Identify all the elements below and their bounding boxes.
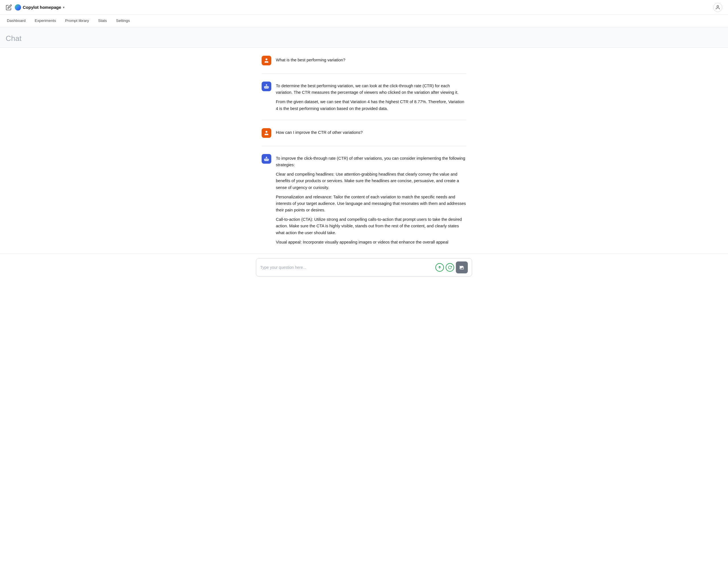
message-row: How can I improve the CTR of other varia… [262, 128, 466, 138]
refresh-icon [448, 266, 452, 269]
app-title: Copylot homepage [23, 5, 61, 10]
user-icon [715, 5, 720, 10]
main-nav: Dashboard Experiments Prompt library Sta… [0, 15, 728, 27]
page-title: Chat [6, 34, 722, 43]
svg-point-1 [266, 59, 267, 60]
globe-icon [15, 4, 21, 10]
app-title-container[interactable]: Copylot homepage ▾ [15, 4, 64, 10]
bot-avatar-icon [264, 156, 269, 162]
message-paragraph: Call-to-action (CTA): Utilize strong and… [276, 216, 466, 236]
svg-point-8 [266, 131, 267, 133]
main-content: What is the best performing variation? T… [0, 48, 728, 582]
chat-input[interactable] [260, 265, 433, 270]
nav-item-experiments[interactable]: Experiments [30, 15, 60, 27]
message-content: To determine the best performing variati… [276, 82, 466, 112]
svg-rect-9 [264, 159, 269, 161]
message-paragraph: Clear and compelling headlines: Use atte… [276, 171, 466, 191]
header-left: Copylot homepage ▾ [6, 4, 64, 10]
avatar-user [262, 56, 271, 65]
chat-messages-area: What is the best performing variation? T… [256, 48, 472, 253]
nav-item-stats[interactable]: Stats [94, 15, 111, 27]
edit-icon[interactable] [6, 4, 12, 10]
message-block: How can I improve the CTR of other varia… [262, 120, 466, 146]
nav-item-prompt-library[interactable]: Prompt library [60, 15, 94, 27]
enter-icon [459, 265, 464, 270]
message-paragraph: To determine the best performing variati… [276, 83, 466, 96]
chevron-down-icon: ▾ [63, 5, 64, 9]
message-text: How can I improve the CTR of other varia… [276, 129, 466, 136]
message-content: What is the best performing variation? [276, 56, 466, 63]
message-paragraph: Personalization and relevance: Tailor th… [276, 194, 466, 214]
message-row: What is the best performing variation? [262, 56, 466, 65]
message-content: To improve the click-through rate (CTR) … [276, 154, 466, 246]
svg-point-3 [265, 87, 266, 88]
arrow-up-icon [438, 266, 442, 269]
message-paragraph: From the given dataset, we can see that … [276, 99, 466, 112]
input-area-wrapper [0, 253, 728, 282]
bot-avatar-icon [264, 84, 269, 89]
message-row: To determine the best performing variati… [262, 82, 466, 112]
svg-point-10 [265, 160, 266, 160]
svg-point-11 [267, 160, 267, 160]
user-avatar-icon [264, 130, 269, 136]
message-text: What is the best performing variation? [276, 57, 466, 63]
avatar-bot [262, 154, 271, 164]
message-paragraph: To improve the click-through rate (CTR) … [276, 155, 466, 168]
svg-point-0 [717, 5, 719, 7]
nav-item-settings[interactable]: Settings [111, 15, 134, 27]
app-header: Copylot homepage ▾ [0, 0, 728, 15]
message-paragraph: Visual appeal: Incorporate visually appe… [276, 239, 466, 246]
page-title-section: Chat [0, 27, 728, 48]
user-profile-button[interactable] [713, 3, 722, 12]
message-block: What is the best performing variation? [262, 48, 466, 74]
avatar-bot [262, 82, 271, 91]
svg-rect-2 [264, 86, 269, 88]
scroll-up-button[interactable] [435, 263, 444, 272]
send-button[interactable] [456, 261, 468, 273]
message-block: To improve the click-through rate (CTR) … [262, 146, 466, 253]
avatar-user [262, 128, 271, 138]
refresh-button[interactable] [446, 263, 454, 272]
message-row: To improve the click-through rate (CTR) … [262, 154, 466, 246]
input-actions [435, 261, 468, 273]
nav-item-dashboard[interactable]: Dashboard [6, 15, 30, 27]
input-container [256, 258, 472, 277]
user-avatar-icon [264, 58, 269, 63]
message-block: To determine the best performing variati… [262, 74, 466, 120]
message-content: How can I improve the CTR of other varia… [276, 128, 466, 136]
svg-point-4 [267, 87, 267, 88]
